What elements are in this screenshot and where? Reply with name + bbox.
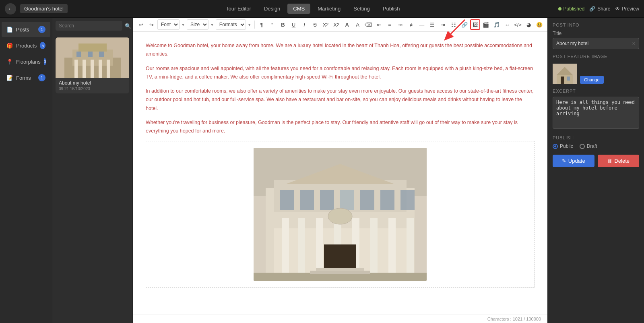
strikethrough-button[interactable]: S	[310, 19, 320, 30]
delete-button[interactable]: 🗑 Delete	[598, 155, 640, 167]
list-button[interactable]: ☰	[427, 19, 438, 30]
sidebar-item-forms[interactable]: 📝 Forms 1	[2, 70, 50, 85]
bold-button[interactable]: B	[278, 19, 288, 30]
update-label: Update	[568, 158, 585, 164]
svg-rect-3	[78, 43, 107, 52]
tab-marketing[interactable]: Marketing	[312, 4, 346, 14]
editor-container: ↩ ↪ Font ▼ Size ▼ Formats ▼ ¶ “ B U I S …	[133, 18, 547, 323]
svg-rect-25	[370, 218, 378, 281]
outdent-button[interactable]: ⇥	[438, 19, 448, 30]
post-feature-row: Change	[553, 62, 639, 84]
align-left-button[interactable]: ⇤	[374, 19, 384, 30]
back-button[interactable]: ←	[5, 3, 16, 14]
post-feature-image-label: Post feature image	[553, 54, 639, 59]
sidebar-floorplans-label: Floorplans	[16, 59, 41, 65]
public-radio-dot	[553, 144, 558, 149]
editor-body[interactable]: Welcome to Goodman hotel, your home away…	[133, 32, 547, 315]
blockquote-button[interactable]: “	[267, 19, 277, 30]
sidebar-posts-label: Posts	[16, 27, 29, 33]
undo-button[interactable]: ↩	[136, 19, 146, 30]
tab-tour-editor[interactable]: Tour Editor	[220, 4, 257, 14]
sidebar-item-floorplans[interactable]: 📍 Floorplans 0	[2, 54, 50, 69]
trash-icon: 🗑	[607, 158, 612, 164]
svg-rect-31	[340, 190, 354, 210]
formats-select[interactable]: Formats	[216, 19, 246, 30]
size-select[interactable]: Size	[187, 19, 208, 30]
svg-rect-21	[298, 218, 305, 281]
post-title-field[interactable]: About my hotel ✕	[553, 38, 639, 49]
media-button[interactable]: 🎬	[481, 19, 491, 30]
paragraph-2: Our rooms are spacious and well appointe…	[146, 64, 535, 82]
paragraph-1: Welcome to Goodman hotel, your home away…	[146, 41, 535, 59]
publish-options: Public Draft	[553, 143, 639, 149]
hr-button[interactable]: ―	[417, 19, 427, 30]
tab-cms[interactable]: CMS	[287, 4, 310, 14]
resize-button[interactable]: ↔	[502, 19, 512, 30]
editor-image-block	[146, 141, 535, 288]
align-justify-button[interactable]: ≠	[406, 19, 416, 30]
draft-radio-dot	[580, 144, 585, 149]
align-right-button[interactable]: ⇥	[395, 19, 405, 30]
font-color-button[interactable]: A	[342, 19, 352, 30]
tab-design[interactable]: Design	[258, 4, 286, 14]
svg-rect-8	[107, 60, 110, 78]
search-icon[interactable]: 🔍	[125, 23, 131, 29]
italic-button[interactable]: I	[299, 19, 310, 30]
posts-icon: 📄	[6, 27, 13, 33]
font-select[interactable]: Font	[157, 19, 180, 30]
published-status: Published	[558, 6, 585, 12]
svg-rect-11	[99, 52, 104, 57]
update-button[interactable]: ✎ Update	[553, 155, 594, 167]
svg-rect-39	[316, 268, 364, 271]
emoji-button[interactable]: 😃	[534, 19, 544, 30]
post-card[interactable]: About my hotel 09:21 16/10/2023	[56, 37, 129, 93]
audio-button[interactable]: 🎵	[491, 19, 502, 30]
svg-rect-33	[380, 190, 394, 210]
toolbar-divider-1	[254, 21, 255, 29]
top-nav: ← Goodman's hotel Tour Editor Design CMS…	[0, 0, 644, 18]
svg-rect-26	[388, 218, 396, 281]
search-input[interactable]	[56, 21, 122, 31]
special-char-button[interactable]: ◕	[524, 19, 534, 30]
share-button[interactable]: 🔗 Share	[589, 6, 610, 12]
superscript-button[interactable]: X2	[331, 19, 341, 30]
pilcrow-button[interactable]: ¶	[257, 19, 267, 30]
preview-icon: 👁	[615, 6, 620, 12]
sidebar-forms-label: Forms	[16, 75, 31, 81]
eraser-button[interactable]: ⌫	[363, 19, 374, 30]
tab-setting[interactable]: Setting	[348, 4, 375, 14]
draft-label: Draft	[587, 143, 597, 149]
link-button[interactable]: 🔗	[459, 19, 469, 30]
table-button[interactable]: ☷	[449, 19, 459, 30]
change-image-button[interactable]: Change	[580, 76, 604, 84]
image-button[interactable]: 🖼	[470, 19, 480, 30]
post-feature-image	[553, 64, 577, 84]
action-buttons: ✎ Update 🗑 Delete	[553, 155, 639, 167]
redo-button[interactable]: ↪	[147, 19, 157, 30]
floorplans-badge: 0	[44, 58, 46, 65]
excerpt-field[interactable]: Here is all things you need about my hot…	[553, 97, 639, 129]
main-layout: 📄 Posts 1 🎁 Products 5 📍 Floorplans 0 📝 …	[0, 18, 644, 323]
highlight-button[interactable]: A	[353, 19, 363, 30]
post-card-title: About my hotel	[59, 80, 126, 86]
svg-rect-6	[91, 60, 94, 78]
tab-publish[interactable]: Publish	[377, 4, 406, 14]
subscript-button[interactable]: X2	[321, 19, 331, 30]
sidebar-item-posts[interactable]: 📄 Posts 1	[2, 22, 50, 37]
align-center-button[interactable]: ≡	[385, 19, 395, 30]
draft-radio[interactable]: Draft	[580, 143, 597, 149]
share-label: Share	[597, 6, 610, 12]
svg-rect-43	[561, 77, 564, 84]
products-icon: 🎁	[6, 43, 13, 49]
svg-point-36	[328, 208, 352, 224]
floorplans-icon: 📍	[6, 59, 13, 65]
underline-button[interactable]: U	[289, 19, 299, 30]
embed-button[interactable]: </>	[513, 19, 523, 30]
pencil-icon: ✎	[562, 158, 566, 164]
preview-button[interactable]: 👁 Preview	[615, 6, 639, 12]
public-radio[interactable]: Public	[553, 143, 573, 149]
posts-badge: 1	[38, 26, 45, 33]
sidebar-item-products[interactable]: 🎁 Products 5	[2, 38, 50, 53]
svg-rect-32	[360, 190, 374, 210]
post-card-info: About my hotel 09:21 16/10/2023	[56, 78, 129, 93]
